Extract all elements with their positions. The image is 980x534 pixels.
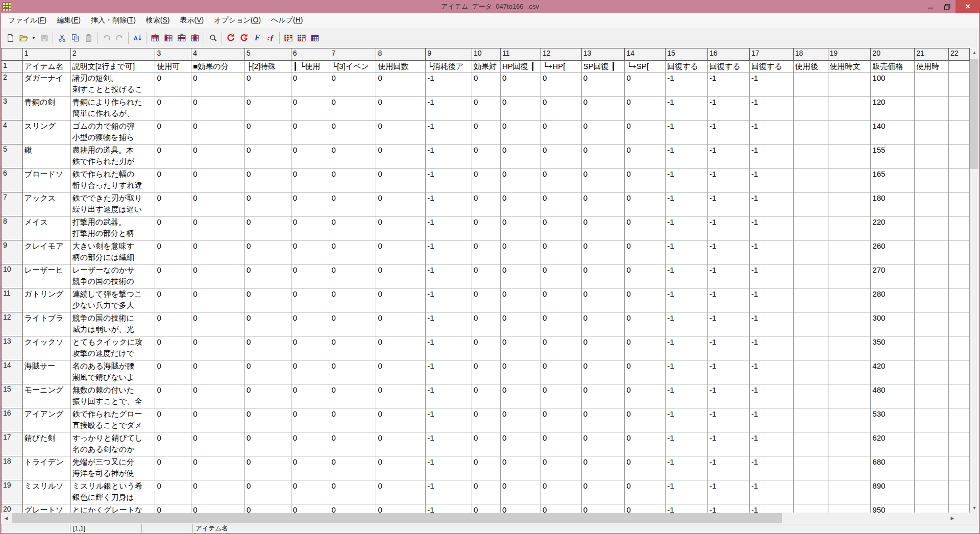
grid-cell[interactable]: 0 (581, 96, 625, 120)
grid-cell[interactable]: 0 (376, 384, 426, 408)
grid-cell[interactable] (915, 288, 949, 312)
column-header-17[interactable]: 17 (749, 48, 793, 61)
grid-cell[interactable]: -1 (666, 240, 708, 264)
grid-cell[interactable]: -1 (708, 360, 750, 384)
grid-cell[interactable]: 0 (330, 480, 376, 504)
grid-cell[interactable]: 0 (376, 336, 426, 360)
grid-cell[interactable]: 名のある海賊が腰 潮風で錆びないよ (70, 360, 155, 384)
grid-cell[interactable]: 0 (155, 384, 191, 408)
grid-cell[interactable]: -1 (749, 168, 793, 192)
grid-cell[interactable] (793, 120, 828, 144)
restore-button[interactable] (939, 0, 955, 13)
grid-cell[interactable]: 0 (376, 216, 426, 240)
grid-cell[interactable]: -1 (749, 504, 793, 513)
grid-cell[interactable]: 0 (330, 504, 376, 513)
grid-cell[interactable]: 0 (581, 432, 625, 456)
grid-cell[interactable]: -1 (708, 312, 750, 336)
grid-cell[interactable]: -1 (666, 384, 708, 408)
row-header-4[interactable]: 4 (2, 120, 23, 144)
grid-cell[interactable]: -1 (708, 336, 750, 360)
grid-cell[interactable]: 0 (191, 264, 245, 288)
grid-cell[interactable] (793, 288, 828, 312)
grid-cell[interactable]: 0 (291, 168, 330, 192)
column-header-20[interactable]: 20 (871, 48, 915, 61)
menu-insert-delete[interactable]: 挿入・削除(T) (86, 14, 141, 27)
grid-cell[interactable]: -1 (426, 504, 472, 513)
grid-cell[interactable]: 0 (500, 432, 541, 456)
grid-cell[interactable]: -1 (666, 144, 708, 168)
grid-cell[interactable]: 0 (291, 264, 330, 288)
grid-cell[interactable]: クレイモア (22, 240, 70, 264)
grid-cell[interactable]: 0 (376, 96, 426, 120)
grid-cell[interactable]: -1 (426, 216, 472, 240)
grid-cell[interactable]: 0 (291, 72, 330, 96)
grid-cell[interactable]: 0 (472, 384, 501, 408)
grid-cell[interactable]: 0 (472, 96, 501, 120)
grid-cell[interactable]: アイテム名 (22, 61, 70, 72)
grid-cell[interactable]: -1 (708, 240, 750, 264)
grid-cell[interactable]: 使用可 (155, 61, 191, 72)
row-header-16[interactable]: 16 (2, 408, 23, 432)
grid-cell[interactable]: 使用時 (915, 61, 949, 72)
grid-cell[interactable]: ┃ └使用 (291, 61, 330, 72)
column-header-19[interactable]: 19 (828, 48, 871, 61)
row-header-1[interactable]: 1 (2, 61, 23, 72)
grid-cell[interactable]: -1 (666, 336, 708, 360)
grid-cell[interactable]: 680 (871, 456, 915, 480)
grid-cell[interactable]: -1 (708, 264, 750, 288)
row-header-12[interactable]: 12 (2, 312, 23, 336)
undo-button[interactable] (100, 31, 113, 44)
grid-cell[interactable]: 0 (330, 72, 376, 96)
column-header-10[interactable]: 10 (472, 48, 501, 61)
grid-cell[interactable]: 使用回数 (376, 61, 426, 72)
grid-cell[interactable] (949, 216, 970, 240)
grid-cell[interactable]: -1 (749, 72, 793, 96)
horizontal-scrollbar-thumb[interactable] (12, 513, 782, 523)
grid-cell[interactable]: 0 (245, 360, 291, 384)
grid-cell[interactable]: 0 (581, 288, 625, 312)
grid-cell[interactable]: └+HP[ (541, 61, 581, 72)
column-header-21[interactable]: 21 (915, 48, 949, 61)
grid-cell[interactable]: 0 (581, 192, 625, 216)
grid-cell[interactable]: 0 (155, 360, 191, 384)
grid-cell[interactable] (828, 432, 871, 456)
grid-cell[interactable]: -1 (749, 408, 793, 432)
grid-cell[interactable]: 0 (581, 240, 625, 264)
grid-cell[interactable]: 0 (245, 336, 291, 360)
grid-cell[interactable] (828, 384, 871, 408)
grid-cell[interactable]: -1 (708, 96, 750, 120)
close-button[interactable]: × (955, 0, 980, 13)
grid-cell[interactable]: -1 (708, 216, 750, 240)
grid-cell[interactable]: -1 (749, 96, 793, 120)
grid-cell[interactable]: 0 (581, 264, 625, 288)
vertical-scrollbar-thumb[interactable] (970, 59, 978, 169)
grid-cell[interactable]: 0 (500, 408, 541, 432)
scroll-up-button[interactable]: ▲ (970, 48, 979, 57)
grid-cell[interactable]: 0 (155, 192, 191, 216)
grid-cell[interactable]: 0 (291, 192, 330, 216)
row-header-17[interactable]: 17 (2, 432, 23, 456)
column-header-7[interactable]: 7 (330, 48, 376, 61)
grid-cell[interactable]: 220 (871, 216, 915, 240)
grid-cell[interactable]: 0 (625, 72, 666, 96)
grid-cell[interactable]: 0 (472, 408, 501, 432)
grid-cell[interactable] (949, 384, 970, 408)
grid-cell[interactable]: -1 (666, 408, 708, 432)
grid-cell[interactable]: -1 (749, 312, 793, 336)
grid-cell[interactable]: 0 (291, 408, 330, 432)
grid-cell[interactable]: 0 (330, 432, 376, 456)
grid-cell[interactable]: グレートソ (22, 504, 70, 513)
grid-cell[interactable]: 620 (871, 432, 915, 456)
grid-cell[interactable] (828, 408, 871, 432)
grid-cell[interactable]: 0 (155, 216, 191, 240)
grid-cell[interactable]: -1 (426, 240, 472, 264)
save-button[interactable] (37, 31, 51, 44)
grid-cell[interactable]: 0 (191, 504, 245, 513)
grid-cell[interactable]: ゴムの力で鉛の弾 小型の獲物を捕ら (70, 120, 155, 144)
grid-corner[interactable] (2, 48, 23, 61)
grid-cell[interactable]: 鉄で作られたグロー 直接殴ることでダメ (70, 408, 155, 432)
grid-cell[interactable]: 0 (191, 120, 245, 144)
grid-cell[interactable] (828, 120, 871, 144)
row-header-6[interactable]: 6 (2, 168, 23, 192)
grid-cell[interactable]: -1 (749, 480, 793, 504)
